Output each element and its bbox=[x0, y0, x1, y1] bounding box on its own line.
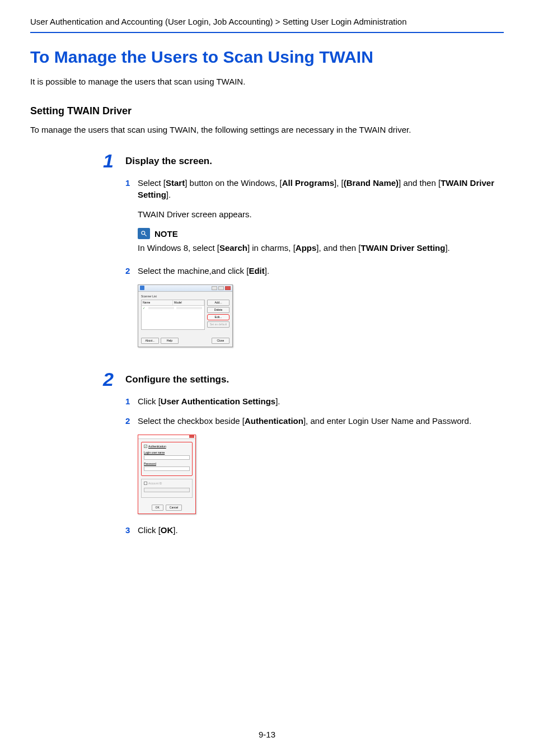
substep-text: Select the checkbox beside [Authenticati… bbox=[138, 415, 504, 427]
step-1: 1 Display the screen. 1 Select [Start] b… bbox=[103, 151, 504, 358]
cancel-button[interactable]: Cancel bbox=[166, 505, 182, 511]
close-button[interactable] bbox=[189, 435, 194, 438]
dialog-titlebar bbox=[138, 435, 195, 439]
twain-scanner-dialog: Scanner List Name Model ✓ bbox=[138, 284, 233, 347]
authentication-label: Authentication bbox=[148, 445, 166, 449]
delete-button[interactable]: Delete bbox=[207, 307, 229, 313]
maximize-button[interactable] bbox=[218, 286, 224, 290]
dialog-titlebar bbox=[138, 285, 232, 292]
note-icon bbox=[138, 228, 150, 239]
note-box: NOTE In Windows 8, select [Search] in ch… bbox=[138, 228, 504, 254]
app-icon bbox=[140, 286, 144, 290]
page-title: To Manage the Users to Scan Using TWAIN bbox=[30, 45, 504, 69]
minimize-button[interactable] bbox=[212, 286, 217, 290]
close-button[interactable]: Close bbox=[212, 338, 229, 344]
note-label: NOTE bbox=[154, 228, 178, 240]
scanner-list-label: Scanner List bbox=[141, 295, 229, 298]
account-group: Account ID bbox=[141, 479, 193, 498]
table-row[interactable]: ✓ bbox=[142, 306, 204, 311]
account-checkbox[interactable] bbox=[144, 482, 147, 485]
substep-number: 1 bbox=[125, 177, 138, 200]
authentication-group: ✓ Authentication Login user name Passwor… bbox=[141, 442, 193, 476]
login-username-input[interactable] bbox=[144, 455, 190, 460]
close-button[interactable] bbox=[225, 286, 231, 290]
step-2: 2 Configure the settings. 1 Click [User … bbox=[103, 370, 504, 544]
set-default-button[interactable]: Set as default bbox=[207, 321, 229, 328]
page-number: 9-13 bbox=[0, 729, 534, 740]
about-button[interactable]: About... bbox=[141, 338, 159, 344]
substep-text: Select the machine,and click [Edit]. bbox=[138, 265, 504, 277]
step-number: 1 bbox=[103, 151, 125, 358]
substep-2-1: 1 Click [User Authentication Settings]. bbox=[125, 395, 504, 407]
edit-button[interactable]: Edit... bbox=[207, 314, 229, 320]
svg-line-1 bbox=[144, 235, 147, 237]
authentication-checkbox[interactable]: ✓ bbox=[144, 445, 147, 448]
page-container: User Authentication and Accounting (User… bbox=[0, 0, 534, 756]
scanner-list[interactable]: Name Model ✓ bbox=[141, 300, 205, 330]
substep-number: 2 bbox=[125, 415, 138, 427]
login-label: Login user name bbox=[144, 451, 190, 455]
substep-number: 2 bbox=[125, 265, 138, 277]
account-label: Account ID bbox=[148, 482, 162, 486]
substep-1-1: 1 Select [Start] button on the Windows, … bbox=[125, 177, 504, 200]
step-number: 2 bbox=[103, 370, 125, 544]
password-label: Password bbox=[144, 462, 190, 466]
step-title: Configure the settings. bbox=[125, 373, 504, 386]
section-heading: Setting TWAIN Driver bbox=[30, 104, 504, 118]
add-button[interactable]: Add... bbox=[207, 300, 229, 306]
section-text: To manage the users that scan using TWAI… bbox=[30, 124, 504, 136]
substep-1-2: 2 Select the machine,and click [Edit]. bbox=[125, 265, 504, 277]
intro-text: It is possible to manage the users that … bbox=[30, 76, 504, 87]
account-id-input bbox=[144, 488, 190, 492]
step-title: Display the screen. bbox=[125, 155, 504, 168]
note-body: In Windows 8, select [Search] in charms,… bbox=[138, 242, 504, 254]
auth-settings-dialog: ✓ Authentication Login user name Passwor… bbox=[138, 435, 196, 514]
substep-text: Click [OK]. bbox=[138, 524, 504, 536]
breadcrumb: User Authentication and Accounting (User… bbox=[30, 16, 504, 33]
substep-2-3: 3 Click [OK]. bbox=[125, 524, 504, 536]
substep-2-2: 2 Select the checkbox beside [Authentica… bbox=[125, 415, 504, 427]
help-button[interactable]: Help bbox=[161, 338, 179, 344]
substep-text: Select [Start] button on the Windows, [A… bbox=[138, 177, 504, 200]
substep-number: 1 bbox=[125, 395, 138, 407]
column-name[interactable]: Name bbox=[142, 300, 173, 305]
ok-button[interactable]: OK bbox=[152, 505, 163, 511]
substep-note-text: TWAIN Driver screen appears. bbox=[138, 208, 504, 220]
substep-number: 3 bbox=[125, 524, 138, 536]
password-input[interactable] bbox=[144, 466, 190, 471]
substep-text: Click [User Authentication Settings]. bbox=[138, 395, 504, 407]
check-icon: ✓ bbox=[143, 306, 147, 310]
svg-point-0 bbox=[142, 231, 145, 235]
column-model[interactable]: Model bbox=[173, 300, 204, 305]
